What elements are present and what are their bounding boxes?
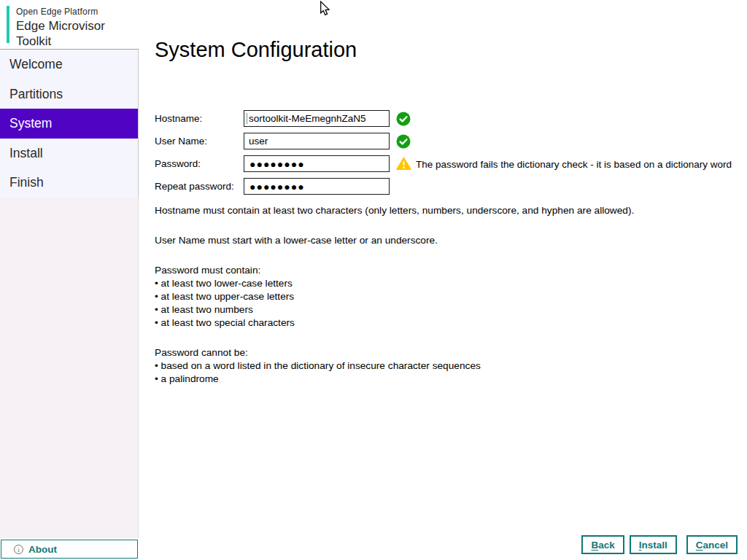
back-button-mnemonic: B xyxy=(591,540,598,551)
password-rule-item: • at least two upper-case letters xyxy=(155,290,709,303)
password-row: Password: The password fails the diction… xyxy=(155,155,738,173)
password-rule-item: • at least two numbers xyxy=(155,303,709,316)
mouse-cursor-icon xyxy=(318,1,332,20)
hostname-instruction: Hostname must contain at least two chara… xyxy=(155,204,709,217)
username-label: User Name: xyxy=(155,136,207,147)
sidebar-item-partitions[interactable]: Partitions xyxy=(0,79,138,109)
about-button[interactable]: i About xyxy=(1,540,138,559)
info-icon: i xyxy=(14,545,23,554)
password-warning-message: The password fails the dictionary check … xyxy=(416,159,732,170)
hostname-input[interactable] xyxy=(244,110,390,127)
repeat-password-input[interactable] xyxy=(244,178,390,195)
username-row: User Name: xyxy=(155,133,738,150)
password-label: Password: xyxy=(155,158,201,169)
sidebar-item-welcome[interactable]: Welcome xyxy=(0,50,138,79)
hostname-label: Hostname: xyxy=(155,113,202,124)
footer-button-bar: Back Install Cancel xyxy=(581,535,738,554)
hostname-input-wrap xyxy=(244,110,390,127)
password-cannot-item: • a palindrome xyxy=(155,373,709,386)
username-input-wrap xyxy=(244,133,390,149)
back-button[interactable]: Back xyxy=(581,535,624,554)
password-warning-icon xyxy=(396,157,411,171)
password-input-wrap xyxy=(244,155,390,172)
cancel-button-label-tail: ancel xyxy=(703,540,728,551)
brand-text: Open Edge Platform Edge Microvisor Toolk… xyxy=(16,7,105,49)
brand-line-product: Edge Microvisor xyxy=(16,19,105,34)
sidebar-item-finish[interactable]: Finish xyxy=(0,168,138,198)
hostname-row: Hostname: xyxy=(155,110,738,128)
password-input[interactable] xyxy=(244,155,390,172)
brand-line-platform: Open Edge Platform xyxy=(16,7,105,17)
brand-logo: Open Edge Platform Edge Microvisor Toolk… xyxy=(0,0,139,49)
sidebar-item-system[interactable]: System xyxy=(0,109,138,139)
repeat-password-label: Repeat password: xyxy=(155,181,234,192)
cancel-button-mnemonic: C xyxy=(696,540,703,551)
sidebar: Open Edge Platform Edge Microvisor Toolk… xyxy=(0,0,139,560)
text-caret xyxy=(247,113,247,124)
repeat-password-input-wrap xyxy=(244,178,390,195)
about-button-label: About xyxy=(28,544,57,555)
password-cannot-item: • based on a word listed in the dictiona… xyxy=(155,359,709,373)
password-rule-item: • at least two special characters xyxy=(155,316,709,330)
install-button[interactable]: Install xyxy=(630,535,677,554)
password-rules-header: Password must contain: xyxy=(155,264,709,277)
password-cannot-header: Password cannot be: xyxy=(155,346,709,359)
page-title: System Configuration xyxy=(155,38,357,62)
installer-step-nav: Welcome Partitions System Install Finish xyxy=(0,49,139,198)
brand-line-product2: Toolkit xyxy=(16,34,105,49)
install-button-label-tail: nstall xyxy=(641,540,667,551)
spacer xyxy=(155,330,709,346)
username-valid-check-icon xyxy=(396,134,411,149)
repeat-password-row: Repeat password: xyxy=(155,178,738,195)
cancel-button[interactable]: Cancel xyxy=(686,535,738,554)
hostname-valid-check-icon xyxy=(396,112,411,126)
brand-accent-bar xyxy=(7,6,9,43)
sidebar-item-install[interactable]: Install xyxy=(0,139,138,168)
password-rule-item: • at least two lower-case letters xyxy=(155,277,709,290)
username-input[interactable] xyxy=(244,133,390,149)
sidebar-lower-panel xyxy=(0,198,139,538)
username-instruction: User Name must start with a lower-case l… xyxy=(155,234,709,247)
validation-instructions: Hostname must contain at least two chara… xyxy=(155,204,709,386)
back-button-label-tail: ack xyxy=(598,540,615,551)
